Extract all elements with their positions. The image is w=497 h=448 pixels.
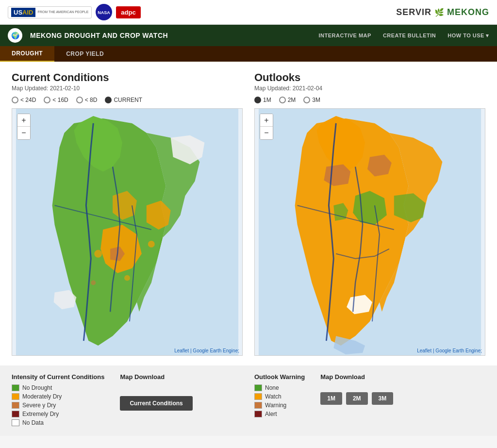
current-download-btn[interactable]: Current Conditions: [120, 396, 192, 411]
top-header: USAID FROM THE AMERICAN PEOPLE NASA adpc…: [0, 0, 497, 25]
legend-item-alert: Alert: [254, 411, 305, 417]
outlooks-map-updated: Map Updated: 2021-02-04: [254, 85, 485, 92]
main-content: Current Conditions Map Updated: 2021-02-…: [0, 62, 497, 365]
usaid-text: USAID: [11, 8, 35, 17]
subnav-crop-yield[interactable]: CROP YIELD: [54, 46, 116, 62]
current-map-attribution: Leaflet | Google Earth Engine;: [174, 348, 239, 353]
outlooks-map-container[interactable]: + −: [254, 108, 485, 356]
radio-circle-16d: [44, 97, 50, 103]
logos: USAID FROM THE AMERICAN PEOPLE NASA adpc: [8, 4, 141, 20]
radio-current[interactable]: CURRENT: [105, 97, 142, 103]
download-2m-btn[interactable]: 2M: [346, 392, 368, 405]
radio-1m[interactable]: 1M: [254, 97, 271, 103]
legend-color-mod-dry: [12, 393, 19, 400]
current-map-updated: Map Updated: 2021-02-10: [12, 85, 243, 92]
current-conditions-title: Current Conditions: [12, 71, 243, 84]
legend-item-none: None: [254, 384, 305, 391]
nav-title: MEKONG DROUGHT AND CROP WATCH: [30, 32, 168, 39]
current-map-container[interactable]: + −: [12, 108, 243, 356]
legend-item-no-data: No Data: [12, 419, 104, 426]
legend-item-mod-dry: Moderately Dry: [12, 393, 104, 400]
nav-how-to-use[interactable]: HOW TO USE: [447, 33, 489, 39]
legend-color-watch: [254, 393, 262, 400]
download-1m-btn[interactable]: 1M: [320, 392, 342, 405]
svg-point-4: [124, 275, 130, 281]
nav-interactive-map[interactable]: INTERACTIVE MAP: [319, 33, 371, 38]
radio-24d[interactable]: < 24D: [12, 97, 36, 103]
outlooks-map-controls: + −: [260, 114, 273, 140]
outlook-legend-col: Outlook Warning None Watch Warning Alert: [254, 373, 485, 428]
outlooks-title: Outlooks: [254, 71, 485, 84]
current-legend-inner: Intensity of Current Conditions No Droug…: [12, 373, 243, 428]
outlooks-radio-group: 1M 2M 3M: [254, 97, 485, 103]
usaid-subtext: FROM THE AMERICAN PEOPLE: [37, 10, 88, 14]
bottom-section: Intensity of Current Conditions No Droug…: [0, 365, 497, 436]
two-col-layout: Current Conditions Map Updated: 2021-02-…: [12, 71, 485, 356]
adpc-logo: adpc: [116, 6, 140, 18]
radio-circle-24d: [12, 97, 18, 103]
nav-logo-icon: 🌍: [8, 28, 22, 43]
legend-color-extremely-dry: [12, 411, 19, 417]
radio-circle-2m: [279, 97, 286, 103]
radio-2m[interactable]: 2M: [279, 97, 296, 103]
current-download-section: Map Download Current Conditions: [120, 373, 192, 428]
current-legend-col: Intensity of Current Conditions No Droug…: [12, 373, 243, 428]
nav-bar: 🌍 MEKONG DROUGHT AND CROP WATCH INTERACT…: [0, 25, 497, 46]
legend-color-severe-dry: [12, 402, 19, 409]
outlook-download-title: Map Download: [320, 373, 395, 381]
outlook-download-section: Map Download 1M 2M 3M: [320, 373, 395, 419]
outlooks-map-attribution: Leaflet | Google Earth Engine;: [417, 348, 482, 353]
nav-create-bulletin[interactable]: CREATE BULLETIN: [383, 33, 436, 38]
current-map-svg: [12, 109, 242, 355]
current-download-title: Map Download: [120, 373, 192, 381]
legend-item-extremely-dry: Extremely Dry: [12, 411, 104, 417]
legend-color-none: [254, 384, 262, 391]
legend-item-warning: Warning: [254, 402, 305, 409]
svg-point-3: [94, 250, 102, 258]
subnav-drought[interactable]: DROUGHT: [0, 46, 54, 62]
svg-point-5: [91, 281, 96, 285]
legend-item-no-drought: No Drought: [12, 384, 104, 391]
radio-circle-1m: [254, 97, 261, 103]
legend-color-alert: [254, 411, 262, 417]
nav-right: INTERACTIVE MAP CREATE BULLETIN HOW TO U…: [319, 33, 489, 39]
legend-color-warning: [254, 402, 262, 409]
outlook-legend-title: Outlook Warning: [254, 373, 305, 381]
outlook-legend-inner: Outlook Warning None Watch Warning Alert: [254, 373, 485, 419]
outlook-download-buttons: 1M 2M 3M: [320, 392, 395, 405]
outlooks-zoom-in[interactable]: +: [260, 114, 273, 127]
radio-circle-8d: [76, 97, 83, 103]
outlooks-zoom-out[interactable]: −: [260, 127, 273, 139]
current-zoom-out[interactable]: −: [17, 127, 30, 139]
svg-text:NASA: NASA: [98, 10, 111, 15]
radio-3m[interactable]: 3M: [303, 97, 320, 103]
radio-circle-current: [105, 97, 112, 103]
legend-color-no-data: [12, 419, 19, 426]
download-3m-btn[interactable]: 3M: [372, 392, 394, 405]
outlooks-map-svg: [255, 109, 485, 355]
current-map-controls: + −: [17, 114, 31, 140]
current-zoom-in[interactable]: +: [17, 114, 30, 127]
current-radio-group: < 24D < 16D < 8D CURRENT: [12, 97, 243, 103]
nasa-logo: NASA: [96, 4, 112, 20]
radio-16d[interactable]: < 16D: [44, 97, 68, 103]
usaid-logo: USAID FROM THE AMERICAN PEOPLE: [8, 6, 92, 18]
current-legend-title: Intensity of Current Conditions: [12, 373, 104, 381]
legend-item-watch: Watch: [254, 393, 305, 400]
servir-brand: SERVIR 🌿 MEKONG: [396, 7, 489, 17]
radio-circle-3m: [303, 97, 310, 103]
outlooks-col: Outlooks Map Updated: 2021-02-04 1M 2M 3…: [254, 71, 485, 356]
outlook-legend: Outlook Warning None Watch Warning Alert: [254, 373, 305, 419]
nav-left: 🌍 MEKONG DROUGHT AND CROP WATCH: [8, 28, 168, 43]
current-legend: Intensity of Current Conditions No Droug…: [12, 373, 104, 428]
legend-item-severe-dry: Severe y Dry: [12, 402, 104, 409]
current-conditions-col: Current Conditions Map Updated: 2021-02-…: [12, 71, 243, 356]
legend-color-no-drought: [12, 384, 19, 391]
sub-nav: DROUGHT CROP YIELD: [0, 46, 497, 62]
svg-point-6: [148, 241, 155, 248]
radio-8d[interactable]: < 8D: [76, 97, 98, 103]
